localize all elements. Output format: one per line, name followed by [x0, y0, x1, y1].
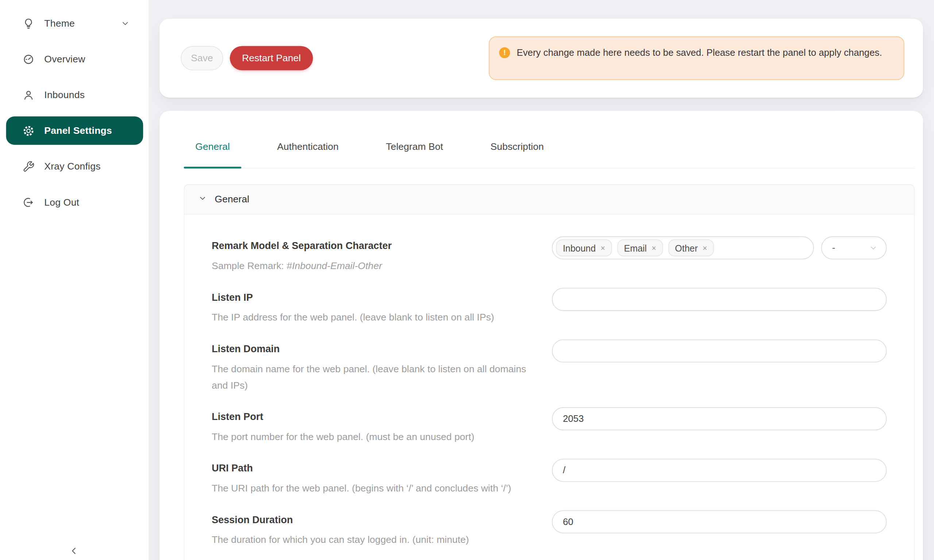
field-text: Session DurationThe duration for which y…: [212, 511, 539, 548]
sidebar-collapse-button[interactable]: [66, 544, 83, 560]
form-row-listen-port: Listen PortThe port number for the web p…: [212, 407, 886, 445]
tag-inbound: Inbound×: [556, 240, 612, 257]
sidebar-item-label: Theme: [44, 18, 75, 29]
sidebar-item-overview[interactable]: Overview: [6, 45, 143, 73]
sidebar-item-label: Inbounds: [44, 89, 85, 100]
warning-icon: !: [499, 48, 510, 58]
form-row-uri-path: URI PathThe URI path for the web panel. …: [212, 458, 886, 496]
field-text: Listen PortThe port number for the web p…: [212, 407, 539, 445]
sidebar-item-xray-configs[interactable]: Xray Configs: [6, 152, 143, 180]
form-row-listen-ip: Listen IPThe IP address for the web pane…: [212, 288, 886, 326]
dashboard-icon: [23, 53, 35, 65]
tag-remove-icon[interactable]: ×: [703, 244, 707, 252]
sidebar-item-theme[interactable]: Theme: [6, 9, 143, 38]
save-button[interactable]: Save: [180, 46, 223, 70]
chevron-down-icon: [869, 243, 877, 252]
sidebar-item-label: Log Out: [44, 197, 79, 208]
chevron-left-icon: [69, 545, 80, 559]
sidebar-item-label: Overview: [44, 54, 85, 65]
panel-settings-card: GeneralAuthenticationTelegram BotSubscri…: [159, 111, 923, 560]
listen-ip-input[interactable]: [552, 288, 887, 311]
main-content: Save Restart Panel ! Every change made h…: [148, 0, 934, 560]
sidebar-item-label: Panel Settings: [44, 125, 112, 136]
field-text: URI PathThe URI path for the web panel. …: [212, 458, 539, 496]
general-collapse-header[interactable]: General: [184, 185, 914, 214]
settings-tabs: GeneralAuthenticationTelegram BotSubscri…: [184, 136, 915, 168]
field-description: The URI path for the web panel. (begins …: [212, 480, 539, 497]
tab-general[interactable]: General: [184, 136, 242, 168]
bulb-icon: [23, 17, 35, 29]
sidebar-item-panel-settings[interactable]: Panel Settings: [6, 116, 143, 145]
form-row-session-duration: Session DurationThe duration for which y…: [212, 511, 886, 548]
field-description: The domain name for the web panel. (leav…: [212, 361, 539, 393]
section-title: General: [214, 194, 249, 205]
tab-subscription[interactable]: Subscription: [479, 136, 556, 168]
tab-telegram-bot[interactable]: Telegram Bot: [375, 136, 455, 168]
field-text: Remark Model & Separation CharacterSampl…: [212, 236, 539, 274]
field-description: The port number for the web panel. (must…: [212, 428, 539, 445]
field-description: The IP address for the web panel. (leave…: [212, 309, 539, 326]
tag-other: Other×: [668, 240, 714, 257]
sidebar-nav: ThemeOverviewInboundsPanel SettingsXray …: [0, 9, 148, 217]
field-text: Listen IPThe IP address for the web pane…: [212, 288, 539, 326]
alert-message: Every change made here needs to be saved…: [516, 45, 882, 60]
listen-port-input[interactable]: [552, 407, 887, 430]
app-root: ThemeOverviewInboundsPanel SettingsXray …: [0, 0, 934, 560]
field-description: Sample Remark: #Inbound-Email-Other: [212, 257, 539, 274]
form-row-listen-domain: Listen DomainThe domain name for the web…: [212, 339, 886, 393]
field-label: Session Duration: [212, 512, 539, 528]
field-label: Listen Domain: [212, 340, 539, 357]
tag-remove-icon[interactable]: ×: [601, 244, 605, 252]
restart-panel-button[interactable]: Restart Panel: [230, 46, 313, 70]
remark-model-tags-input[interactable]: Inbound×Email×Other×: [552, 236, 814, 259]
selected-separator: -: [832, 242, 835, 253]
logout-icon: [23, 196, 35, 208]
field-label: Remark Model & Separation Character: [212, 238, 539, 254]
field-label: Listen Port: [212, 408, 539, 425]
field-label: URI Path: [212, 460, 539, 477]
sidebar-item-inbounds[interactable]: Inbounds: [6, 81, 143, 109]
tag-remove-icon[interactable]: ×: [652, 244, 657, 252]
separation-character-select[interactable]: -: [821, 236, 887, 259]
uri-path-input[interactable]: [552, 458, 887, 482]
restart-warning-alert: ! Every change made here needs to be sav…: [489, 37, 905, 80]
field-text: Listen DomainThe domain name for the web…: [212, 339, 539, 393]
session-duration-input[interactable]: [552, 511, 887, 533]
sidebar: ThemeOverviewInboundsPanel SettingsXray …: [0, 0, 148, 560]
tab-authentication[interactable]: Authentication: [266, 136, 350, 168]
chevron-down-icon: [199, 194, 207, 205]
wrench-icon: [23, 160, 35, 172]
listen-domain-input[interactable]: [552, 339, 887, 362]
sidebar-item-log-out[interactable]: Log Out: [6, 188, 143, 216]
user-icon: [23, 89, 35, 101]
field-label: Listen IP: [212, 289, 539, 306]
sidebar-item-label: Xray Configs: [44, 161, 100, 172]
field-description: The duration for which you can stay logg…: [212, 532, 539, 548]
general-collapse-panel: General Remark Model & Separation Charac…: [184, 184, 915, 560]
general-settings-form: Remark Model & Separation CharacterSampl…: [184, 214, 914, 560]
gear-icon: [23, 125, 35, 137]
chevron-down-icon: [119, 17, 131, 29]
tag-email: Email×: [617, 240, 663, 257]
form-row-remark-model-separation-character: Remark Model & Separation CharacterSampl…: [212, 236, 886, 274]
actions-card: Save Restart Panel ! Every change made h…: [159, 19, 923, 98]
